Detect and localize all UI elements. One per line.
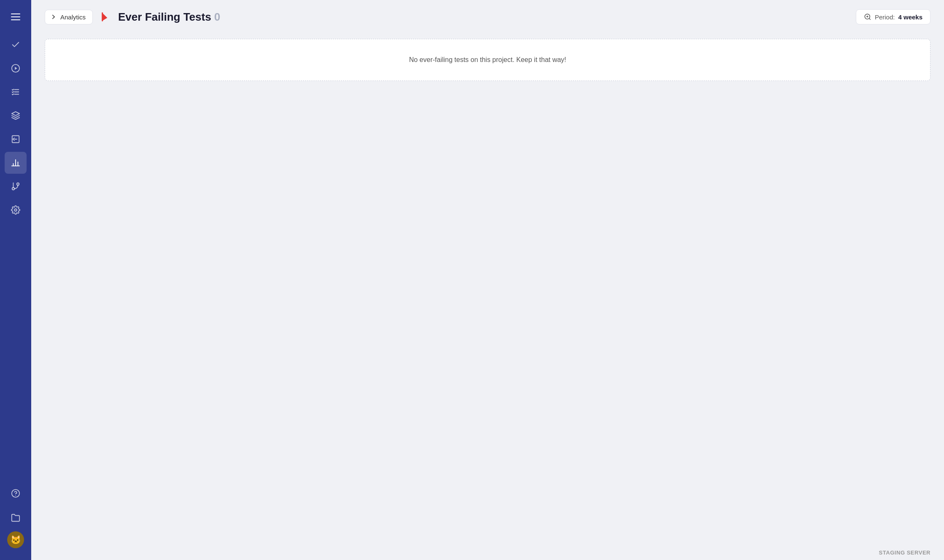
sidebar-item-analytics[interactable] bbox=[5, 152, 27, 174]
sidebar-item-folder[interactable] bbox=[5, 507, 27, 529]
flag-icon bbox=[100, 11, 112, 23]
page-title: Ever Failing Tests 0 bbox=[118, 11, 220, 24]
staging-label: STAGING SERVER bbox=[879, 549, 931, 556]
sidebar-item-run[interactable] bbox=[5, 57, 27, 79]
sidebar-item-layers[interactable] bbox=[5, 105, 27, 127]
sidebar-nav bbox=[0, 34, 31, 482]
sidebar-item-settings[interactable] bbox=[5, 199, 27, 221]
page-title-area: Ever Failing Tests 0 bbox=[100, 11, 848, 24]
period-value: 4 weeks bbox=[898, 13, 922, 21]
svg-marker-18 bbox=[102, 13, 108, 21]
svg-point-15 bbox=[14, 209, 17, 211]
play-icon bbox=[11, 64, 20, 73]
list-check-icon bbox=[11, 87, 20, 97]
sidebar-item-help[interactable] bbox=[5, 482, 27, 504]
header: Analytics Ever Failing Tests 0 Period bbox=[31, 0, 944, 34]
terminal-icon bbox=[11, 135, 20, 144]
hamburger-menu[interactable] bbox=[6, 8, 25, 26]
period-icon bbox=[864, 13, 871, 21]
period-button[interactable]: Period: 4 weeks bbox=[856, 9, 931, 24]
staging-footer: STAGING SERVER bbox=[31, 545, 944, 560]
sidebar-item-terminal[interactable] bbox=[5, 128, 27, 150]
sidebar-item-list[interactable] bbox=[5, 81, 27, 103]
empty-state-message: No ever-failing tests on this project. K… bbox=[409, 56, 566, 64]
main-content: Analytics Ever Failing Tests 0 Period bbox=[31, 0, 944, 560]
bar-chart-icon bbox=[11, 158, 20, 167]
back-button[interactable]: Analytics bbox=[45, 10, 93, 24]
settings-icon bbox=[11, 205, 20, 215]
svg-marker-5 bbox=[12, 112, 19, 116]
folder-icon bbox=[11, 513, 20, 522]
sidebar: 🐱 bbox=[0, 0, 31, 560]
back-label: Analytics bbox=[60, 13, 86, 21]
chevron-left-icon bbox=[52, 14, 58, 20]
content-area: No ever-failing tests on this project. K… bbox=[31, 34, 944, 545]
page-title-text: Ever Failing Tests bbox=[118, 11, 211, 23]
empty-state-card: No ever-failing tests on this project. K… bbox=[45, 39, 931, 81]
period-label: Period: bbox=[875, 13, 895, 21]
git-branch-icon bbox=[11, 182, 20, 191]
help-icon bbox=[11, 489, 20, 498]
avatar[interactable]: 🐱 bbox=[7, 531, 24, 548]
sidebar-item-tests[interactable] bbox=[5, 34, 27, 56]
svg-marker-1 bbox=[15, 67, 17, 70]
sidebar-bottom: 🐱 bbox=[5, 482, 27, 552]
layers-icon bbox=[11, 111, 20, 120]
check-icon bbox=[11, 40, 20, 49]
page-title-count: 0 bbox=[214, 11, 220, 23]
sidebar-item-branches[interactable] bbox=[5, 175, 27, 197]
